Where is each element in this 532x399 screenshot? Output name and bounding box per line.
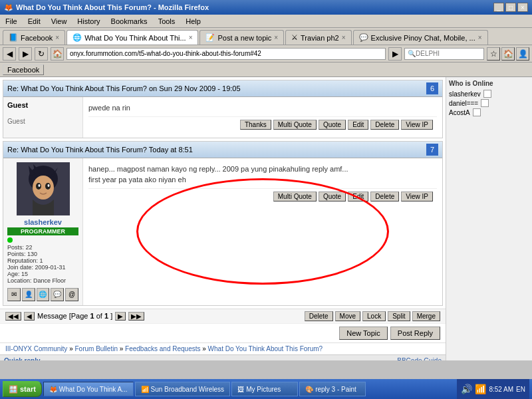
lock-button[interactable]: Lock — [362, 311, 386, 321]
home-toolbar-icon[interactable]: 🏠 — [501, 47, 515, 61]
post-reply-button[interactable]: Post Reply — [390, 327, 440, 340]
home-button[interactable]: 🏠 — [51, 47, 64, 61]
delete-button[interactable]: Delete — [305, 311, 333, 321]
quickreply-bar: Quick reply BBCode Guide — [0, 354, 446, 361]
tab-close-travian[interactable]: × — [342, 34, 346, 41]
slasher-post-content-area: hanep... magpost naman kayo ng reply... … — [83, 158, 442, 305]
tab-travian[interactable]: ⚔ Travian ph2 × — [285, 30, 352, 45]
minimize-button[interactable]: _ — [493, 3, 504, 12]
tab-close-post[interactable]: × — [274, 34, 278, 41]
community-link[interactable]: III-ONYX Community — [5, 345, 67, 352]
guest-user-panel: Guest Guest — [3, 97, 83, 138]
stat-reputation: Reputation: 1 — [7, 257, 78, 264]
nav-last-button[interactable]: ▶▶ — [128, 312, 144, 321]
slasher-quote-button[interactable]: Quote — [319, 192, 346, 201]
slasher-username: slasherkev — [7, 218, 78, 226]
online-user-slasherkev: slasherkev — [449, 90, 529, 98]
window-titlebar: 🦊 What Do You Think About This Forum? - … — [0, 0, 532, 15]
slasher-edit-button[interactable]: Edit — [348, 192, 368, 201]
menu-history[interactable]: History — [74, 17, 102, 26]
split-button[interactable]: Split — [388, 311, 410, 321]
im-icon[interactable]: 💬 — [51, 288, 64, 301]
menu-help[interactable]: Help — [183, 17, 203, 26]
guest-quote-button[interactable]: Quote — [319, 120, 346, 130]
guest-thanks-button[interactable]: Thanks — [240, 120, 271, 130]
menu-tools[interactable]: Tools — [156, 17, 178, 26]
bbcode-guide-link[interactable]: BBCode Guide — [397, 357, 442, 361]
menu-bookmarks[interactable]: Bookmarks — [108, 17, 150, 26]
feedbacks-link[interactable]: Feedbacks and Requests — [125, 345, 200, 352]
tab-forum[interactable]: 🌐 What Do You Think About Thi... × — [66, 30, 198, 45]
user-acosta-label: AcostA — [449, 109, 470, 116]
tab-close-facebook[interactable]: × — [55, 34, 59, 41]
slasher-multiquote-button[interactable]: Multi Quote — [273, 192, 317, 201]
tab-post-new[interactable]: 📝 Post a new topic × — [200, 30, 284, 45]
tab-pinoy[interactable]: 💬 Exclusive Pinoy Chat, Mobile, ... × — [353, 30, 488, 45]
slasher-post-header: Re: What Do You Think About This Forum? … — [3, 142, 442, 158]
taskbar-item-forum[interactable]: 🦊 What Do You Think A... — [43, 382, 134, 396]
sidebar-right: Who is Online slasherkev daniel=== Acost… — [446, 77, 532, 360]
tab-close-forum[interactable]: × — [189, 34, 193, 41]
forward-button[interactable]: ▶ — [19, 47, 32, 61]
search-input[interactable] — [416, 50, 462, 57]
address-input[interactable] — [66, 48, 386, 60]
refresh-button[interactable]: ↻ — [35, 47, 48, 61]
go-button[interactable]: ▶ — [388, 47, 402, 61]
guest-role: Guest — [7, 118, 25, 125]
toolbar-icons: ☆ 🏠 👤 — [487, 47, 529, 61]
guest-post-title: Re: What Do You Think About This Forum? … — [7, 84, 241, 92]
guest-post-content-area: pwede na rin Thanks Multi Quote Quote Ed… — [83, 97, 442, 138]
search-box[interactable]: 🔍 — [404, 48, 484, 60]
slasher-viewip-button[interactable]: View IP — [401, 192, 433, 201]
online-checkbox-slasherkev — [483, 90, 491, 98]
guest-delete-button[interactable]: Delete — [370, 120, 399, 130]
online-user-acosta: AcostA — [449, 108, 529, 116]
slasher-delete-button[interactable]: Delete — [370, 192, 399, 201]
close-button[interactable]: × — [517, 3, 528, 12]
topic-link[interactable]: What Do You Think About This Forum? — [208, 345, 323, 352]
maximize-button[interactable]: □ — [505, 3, 516, 12]
online-checkbox-acosta — [473, 108, 481, 116]
move-button[interactable]: Move — [335, 311, 360, 321]
nav-forward-button[interactable]: ▶ — [115, 312, 126, 321]
guest-post-text: pwede na rin — [88, 102, 437, 114]
bookmark-star-icon[interactable]: ☆ — [487, 47, 500, 61]
menu-file[interactable]: File — [3, 17, 20, 26]
profile-icon[interactable]: 👤 — [22, 288, 35, 301]
merge-button[interactable]: Merge — [412, 311, 440, 321]
bookmark-facebook[interactable]: Facebook — [3, 65, 44, 75]
page-nav: ◀◀ ◀ Message [Page 1 of 1 ] ▶ ▶▶ — [5, 312, 144, 321]
taskbar-item-paint[interactable]: 🎨 reply 3 - Paint — [299, 382, 366, 396]
email-icon[interactable]: @ — [65, 288, 78, 301]
taskbar-item-wireless[interactable]: 📶 Sun Broadband Wireless — [135, 382, 231, 396]
new-topic-button[interactable]: New Topic — [339, 327, 388, 340]
svg-point-2 — [33, 176, 54, 200]
tab-facebook[interactable]: 📘 Facebook × — [3, 30, 65, 45]
stat-posts: Posts: 22 — [7, 244, 78, 251]
forum-bulletin-link[interactable]: Forum Bulletin — [74, 345, 117, 352]
user-icon[interactable]: 👤 — [516, 47, 529, 61]
taskbar-icon-wireless: 📶 — [141, 386, 149, 393]
guest-edit-button[interactable]: Edit — [348, 120, 368, 130]
nav-prev-button[interactable]: ◀◀ — [5, 312, 21, 321]
network-icon: 🔊 — [461, 384, 472, 394]
start-button[interactable]: 🪟 start — [3, 381, 42, 397]
pm-icon[interactable]: ✉ — [7, 288, 21, 301]
tab-close-pinoy[interactable]: × — [478, 34, 482, 41]
guest-viewip-button[interactable]: View IP — [401, 120, 433, 130]
online-title: Who is Online — [449, 80, 529, 87]
guest-username: Guest — [7, 101, 28, 109]
nav-back-button[interactable]: ◀ — [24, 312, 35, 321]
search-engine-icon: 🔍 — [408, 50, 416, 57]
www-icon[interactable]: 🌐 — [37, 288, 50, 301]
taskbar-lang: EN — [516, 386, 525, 393]
menu-view[interactable]: View — [49, 17, 70, 26]
menu-edit[interactable]: Edit — [25, 17, 43, 26]
tab-favicon-active: 🌐 — [72, 33, 82, 42]
slasher-post-num: 7 — [426, 144, 438, 156]
post-icon-row: ✉ 👤 🌐 💬 @ — [7, 288, 78, 301]
back-button[interactable]: ◀ — [3, 47, 16, 61]
taskbar-item-pictures[interactable]: 🖼 My Pictures — [231, 382, 298, 396]
guest-multiquote-button[interactable]: Multi Quote — [273, 120, 317, 130]
window-controls[interactable]: _ □ × — [493, 3, 528, 12]
